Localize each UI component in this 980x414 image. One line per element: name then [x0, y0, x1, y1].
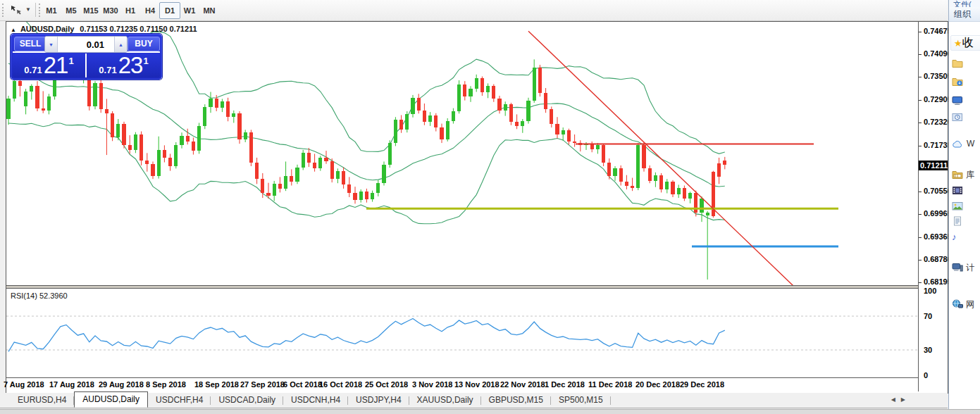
- volume-decrease-button[interactable]: ▼: [45, 37, 58, 52]
- libraries-label: 库: [966, 169, 974, 181]
- price-tick-label: 0.68780: [924, 255, 952, 263]
- date-tick-label: 20 Dec 2018: [635, 380, 680, 389]
- tf-m15[interactable]: M15: [80, 2, 101, 19]
- date-tick-label: 17 Aug 2018: [49, 380, 94, 389]
- favorites-label: 收: [962, 36, 974, 51]
- date-tick-label: 8 Sep 2018: [146, 380, 186, 389]
- date-tick-label: 6 Oct 2018: [283, 380, 322, 389]
- toolbar-grip2[interactable]: [39, 4, 40, 17]
- buy-price-button[interactable]: 0.71231: [87, 54, 160, 77]
- ohlc-values: 0.71153 0.71235 0.71150 0.71211: [80, 25, 197, 33]
- chart-title: ▲AUDUSD,Daily0.71153 0.71235 0.71150 0.7…: [11, 25, 197, 33]
- volume-input[interactable]: [58, 37, 114, 52]
- sell-price-pip: 1: [68, 56, 73, 66]
- price-tick-label: 0.68195: [924, 277, 952, 286]
- explorer-item-pictures[interactable]: [952, 199, 963, 213]
- tab-xauusd-daily[interactable]: XAUUSD,Daily: [409, 394, 481, 408]
- explorer-item-documents[interactable]: [952, 214, 963, 228]
- volume-increase-button[interactable]: ▲: [114, 37, 127, 52]
- tf-m30[interactable]: M30: [100, 2, 121, 19]
- tab-usdcnh-h4[interactable]: USDCNH,H4: [283, 394, 348, 408]
- price-tick: [919, 32, 922, 32]
- tab-sp500-m15[interactable]: SP500,M15: [551, 394, 611, 408]
- price-tick-label: 0.74090: [924, 49, 952, 58]
- price-tick: [919, 146, 922, 146]
- cloud-label: W: [967, 139, 974, 149]
- date-tick-label: 22 Nov 2018: [500, 380, 545, 389]
- explorer-organize-button[interactable]: 组织: [949, 7, 980, 22]
- price-tick-label: 0.69965: [924, 209, 952, 218]
- date-tick-label: 7 Aug 2018: [4, 380, 44, 389]
- date-tick-label: 1 Dec 2018: [545, 380, 585, 389]
- current-price-tag: 0.71211: [919, 161, 948, 170]
- libraries-icon: [952, 170, 963, 180]
- videos-icon: [952, 186, 963, 195]
- folder-icon: [952, 58, 963, 68]
- volume-control: ▼ ▲: [44, 36, 128, 53]
- tab-audusd-daily[interactable]: AUDUSD,Daily: [74, 391, 148, 408]
- tab-scroll-arrows[interactable]: ◀▶: [891, 396, 911, 403]
- tf-d1[interactable]: D1: [159, 2, 180, 19]
- explorer-item-music[interactable]: ♪: [952, 230, 957, 244]
- buy-price-pip: 1: [143, 56, 148, 66]
- tab-usdcad-daily[interactable]: USDCAD,Daily: [211, 394, 283, 408]
- symbol-label: AUDUSD,Daily: [20, 25, 74, 33]
- price-tick: [919, 192, 922, 192]
- price-tick: [919, 260, 922, 261]
- date-tick-label: 27 Sep 2018: [240, 380, 285, 389]
- buy-button[interactable]: BUY: [128, 37, 160, 51]
- buy-price-prefix: 0.71: [99, 65, 116, 75]
- date-tick-label: 18 Sep 2018: [194, 380, 239, 389]
- explorer-item-cloud[interactable]: W: [952, 137, 974, 151]
- tf-m5[interactable]: M5: [61, 2, 82, 19]
- toolbar-grip[interactable]: [2, 4, 4, 17]
- explorer-item-computer[interactable]: 计: [952, 261, 974, 275]
- tf-h1[interactable]: H1: [120, 2, 141, 19]
- tf-mn[interactable]: MN: [199, 2, 220, 19]
- date-axis[interactable]: 7 Aug 201817 Aug 201829 Aug 20188 Sep 20…: [6, 378, 918, 391]
- date-tick-label: 13 Nov 2018: [454, 380, 500, 389]
- rsi-tick-label: 70: [924, 312, 932, 320]
- tf-w1[interactable]: W1: [179, 2, 200, 19]
- tab-usdjpy-h4[interactable]: USDJPY,H4: [348, 394, 409, 408]
- explorer-item-videos[interactable]: [952, 183, 963, 197]
- sell-button[interactable]: SELL: [14, 37, 46, 51]
- explorer-item-folder[interactable]: [952, 56, 963, 70]
- chart-tab-bar: EURUSD,H4 AUDUSD,Daily USDCHF,H4 USDCAD,…: [0, 393, 948, 408]
- pointer-tools-icon[interactable]: [8, 3, 24, 17]
- date-tick-label: 16 Oct 2018: [319, 380, 362, 389]
- price-tick: [919, 282, 922, 283]
- explorer-item-desktop[interactable]: [952, 94, 963, 108]
- tab-eurusd-h4[interactable]: EURUSD,H4: [10, 394, 74, 408]
- price-tick: [919, 237, 922, 238]
- price-axis[interactable]: 0.71211 0.746750.740900.735050.729050.72…: [919, 22, 948, 391]
- explorer-item-downloads[interactable]: [952, 75, 963, 89]
- chevron-down-icon[interactable]: ▼: [25, 6, 31, 13]
- sell-price-button[interactable]: 0.71211: [13, 54, 85, 77]
- tab-gbpusd-m15[interactable]: GBPUSD,M15: [481, 394, 551, 408]
- pictures-icon: [952, 201, 963, 211]
- price-divider: [85, 54, 87, 77]
- tf-h4[interactable]: H4: [139, 2, 161, 19]
- explorer-favorites[interactable]: ★ 收: [950, 35, 980, 51]
- price-tick-label: 0.72905: [924, 95, 952, 104]
- tab-usdchf-h4[interactable]: USDCHF,H4: [148, 394, 211, 408]
- toolbar-separator: [35, 3, 36, 17]
- explorer-item-libraries[interactable]: 库: [952, 168, 974, 182]
- date-tick-label: 3 Nov 2018: [412, 380, 452, 389]
- explorer-item-network[interactable]: 网: [952, 297, 974, 311]
- rsi-indicator-chart[interactable]: [6, 289, 918, 377]
- price-tick-label: 0.72320: [924, 118, 952, 126]
- tf-m1[interactable]: M1: [41, 2, 62, 19]
- rsi-tick-label: 0: [924, 371, 928, 380]
- music-note-icon: ♪: [952, 232, 957, 242]
- date-tick-label: 25 Oct 2018: [365, 380, 408, 389]
- explorer-window: 文件( 组织 ★ 收 W 库: [948, 0, 980, 409]
- date-tick-label: 11 Dec 2018: [588, 380, 632, 389]
- explorer-file-menu[interactable]: 文件(: [949, 0, 980, 7]
- collapse-icon[interactable]: ▲: [11, 27, 16, 33]
- status-bar: [0, 409, 980, 414]
- explorer-item-recent[interactable]: [952, 110, 963, 124]
- rsi-label: RSI(14) 52.3960: [11, 291, 68, 300]
- network-globe-icon: [952, 299, 963, 309]
